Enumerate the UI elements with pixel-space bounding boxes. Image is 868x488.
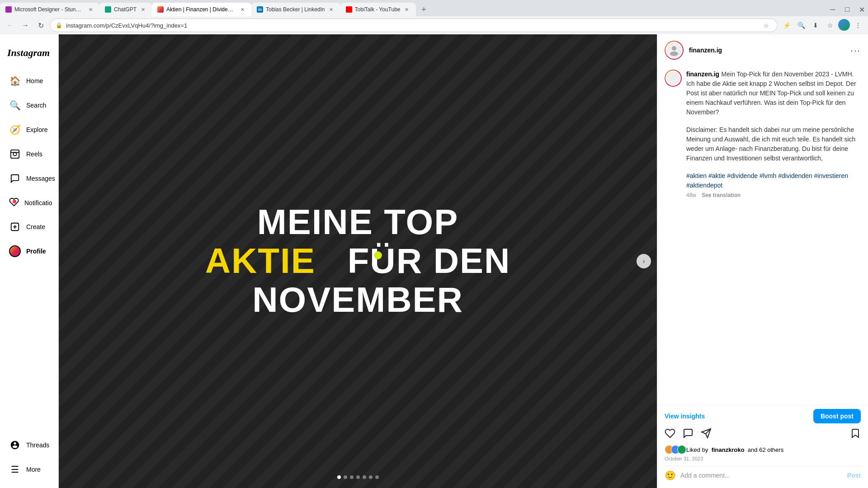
post-line3: NOVEMBER	[205, 281, 511, 319]
tab-close-btn[interactable]: ✕	[239, 6, 246, 13]
post-dot-1[interactable]	[337, 475, 341, 479]
url-bar[interactable]: 🔒 instagram.com/p/CzEvxLVqHu4/?img_index…	[50, 19, 778, 32]
post-dots	[337, 475, 379, 479]
profile-circle[interactable]	[838, 19, 850, 31]
sidebar-item-threads[interactable]: Threads	[2, 434, 57, 456]
post-white-word: FÜR DEN	[348, 241, 511, 281]
comments-area[interactable]: finanzen.ig Mein Top-Pick für den Novemb…	[657, 66, 868, 405]
forward-button[interactable]: →	[19, 19, 32, 32]
sidebar-item-search[interactable]: 🔍 Search	[2, 94, 57, 117]
tab-microsoft-designer[interactable]: Microsoft Designer - Stunning ✕	[0, 3, 99, 16]
sidebar-item-create[interactable]: Create	[2, 216, 57, 238]
caption-body: finanzen.ig Mein Top-Pick für den Novemb…	[686, 70, 861, 198]
menu-button[interactable]: ⋮	[852, 19, 864, 32]
post-text-overlay: MEINE TOP AKTIE FÜR DEN NOVEMBER	[187, 185, 529, 337]
reaction-icons	[665, 428, 712, 441]
post-dot-5[interactable]	[363, 475, 366, 479]
caption-avatar-inner	[665, 70, 681, 86]
post-dot-6[interactable]	[369, 475, 373, 479]
add-comment-row: 🙂 Post	[665, 466, 861, 484]
instagram-sidebar: Instagram 🏠 Home 🔍 Search 🧭 Explore Reel…	[0, 34, 59, 488]
see-translation-btn[interactable]: See translation	[702, 192, 741, 198]
insights-boost-row: View insights Boost post	[665, 409, 861, 423]
post-time-ago: 48w	[686, 192, 696, 198]
minimize-button[interactable]: ─	[826, 3, 839, 16]
save-button[interactable]	[850, 428, 861, 441]
share-button[interactable]	[701, 428, 712, 441]
post-dot-4[interactable]	[356, 475, 360, 479]
view-insights-button[interactable]: View insights	[665, 413, 705, 420]
post-date: October 31, 2023	[665, 456, 861, 461]
tab-title: ChatGPT	[114, 6, 137, 13]
tab-close-btn[interactable]: ✕	[87, 6, 94, 13]
tab-close-btn[interactable]: ✕	[403, 6, 410, 13]
like-button[interactable]	[665, 428, 675, 441]
bookmark-url-btn[interactable]: ☆	[761, 20, 772, 31]
download-button[interactable]: ⬇	[809, 19, 822, 32]
post-avatar[interactable]	[665, 41, 684, 60]
sidebar-item-label-home: Home	[26, 77, 43, 84]
comment-input[interactable]	[680, 472, 843, 479]
right-panel: finanzen.ig ··· finanzen.ig Mein Top-Pic…	[657, 34, 868, 488]
profile-avatar-icon	[9, 245, 21, 257]
liked-user[interactable]: finanzkroko	[712, 446, 745, 453]
liked-avatars	[665, 445, 684, 454]
post-comment-button[interactable]: Post	[847, 472, 861, 479]
liked-others: and 62 others	[748, 446, 784, 453]
star-button[interactable]: ☆	[824, 19, 836, 32]
post-yellow-word: AKTIE	[205, 241, 316, 281]
sidebar-item-messages[interactable]: Messages	[2, 167, 57, 190]
instagram-logo-text: Instagram	[7, 47, 50, 58]
post-username[interactable]: finanzen.ig	[689, 47, 845, 54]
sidebar-item-home[interactable]: 🏠 Home	[2, 70, 57, 92]
tab-youtube[interactable]: TobiTalk - YouTube ✕	[340, 3, 416, 16]
sidebar-item-label-notifications: Notificatio	[24, 199, 52, 206]
comment-button[interactable]	[683, 428, 693, 441]
back-button[interactable]: ←	[4, 19, 16, 32]
sidebar-item-label-explore: Explore	[26, 126, 47, 133]
svg-point-1	[13, 152, 16, 155]
tab-chatgpt[interactable]: ChatGPT ✕	[99, 3, 152, 16]
post-dot-2[interactable]	[344, 475, 347, 479]
liked-by-text: Liked by finanzkroko and 62 others	[686, 446, 783, 453]
refresh-button[interactable]: ↻	[34, 19, 47, 32]
post-dot-3[interactable]	[350, 475, 354, 479]
more-icon: ☰	[9, 464, 21, 475]
tab-instagram-aktien[interactable]: Aktien | Finanzen | Dividende ( ✕	[152, 3, 251, 16]
zoom-button[interactable]: 🔍	[795, 19, 807, 32]
caption-username[interactable]: finanzen.ig	[686, 70, 719, 78]
tab-linkedin[interactable]: in Tobias Becker | LinkedIn ✕	[251, 3, 340, 16]
post-header: finanzen.ig ···	[657, 34, 868, 66]
url-text: instagram.com/p/CzEvxLVqHu4/?img_index=1	[66, 22, 757, 29]
emoji-button[interactable]: 🙂	[665, 470, 676, 481]
maximize-button[interactable]: □	[841, 3, 854, 16]
sidebar-item-reels[interactable]: Reels	[2, 143, 57, 165]
new-tab-button[interactable]: +	[418, 3, 430, 16]
sidebar-item-notifications[interactable]: Notificatio	[2, 192, 57, 214]
caption-avatar[interactable]	[665, 70, 682, 87]
post-dot-7[interactable]	[375, 475, 379, 479]
close-post-button[interactable]: ✕	[843, 41, 859, 57]
sidebar-item-label-messages: Messages	[26, 175, 55, 182]
reels-icon	[9, 148, 21, 160]
sidebar-item-profile[interactable]: Profile	[2, 240, 57, 263]
extensions-button[interactable]: ⚡	[780, 19, 793, 32]
explore-icon: 🧭	[9, 124, 21, 136]
comment-meta: 48w See translation	[686, 192, 861, 198]
post-image-area: MEINE TOP AKTIE FÜR DEN NOVEMBER	[59, 34, 657, 488]
close-window-button[interactable]: ✕	[855, 3, 868, 16]
boost-post-button[interactable]: Boost post	[813, 409, 861, 423]
tab-favicon	[157, 6, 164, 13]
tab-close-btn[interactable]: ✕	[328, 6, 335, 13]
tab-close-btn[interactable]: ✕	[139, 6, 146, 13]
sidebar-item-label-create: Create	[26, 223, 45, 230]
next-slide-button[interactable]: ›	[637, 254, 651, 268]
sidebar-item-more[interactable]: ☰ More	[2, 458, 57, 481]
instagram-logo: Instagram	[0, 42, 58, 70]
sidebar-bottom: Threads ☰ More	[0, 434, 58, 481]
tab-title: TobiTalk - YouTube	[355, 6, 401, 13]
sidebar-item-explore[interactable]: 🧭 Explore	[2, 118, 57, 141]
liked-avatar-3	[677, 445, 686, 454]
post-avatar-inner	[665, 42, 683, 59]
sidebar-item-label-search: Search	[26, 102, 46, 109]
